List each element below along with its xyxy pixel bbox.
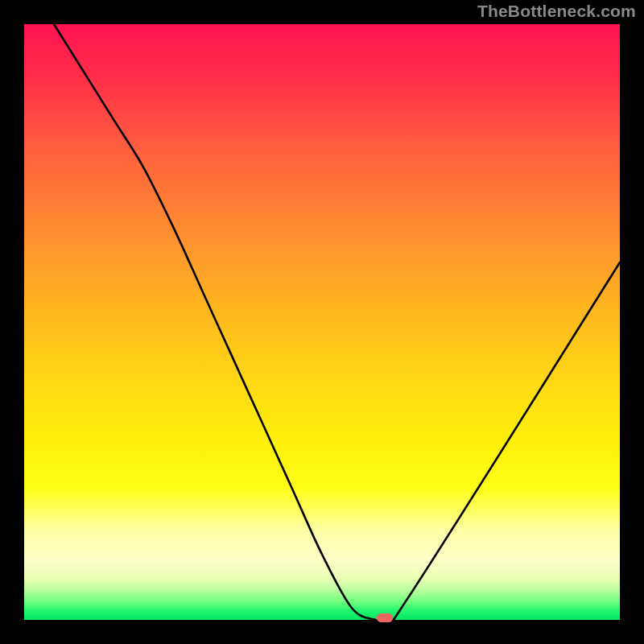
watermark-text: TheBottleneck.com <box>477 2 636 21</box>
optimal-marker <box>377 613 393 622</box>
chart-container: TheBottleneck.com <box>0 0 644 644</box>
bottleneck-curve <box>24 24 620 620</box>
plot-area <box>24 24 620 620</box>
